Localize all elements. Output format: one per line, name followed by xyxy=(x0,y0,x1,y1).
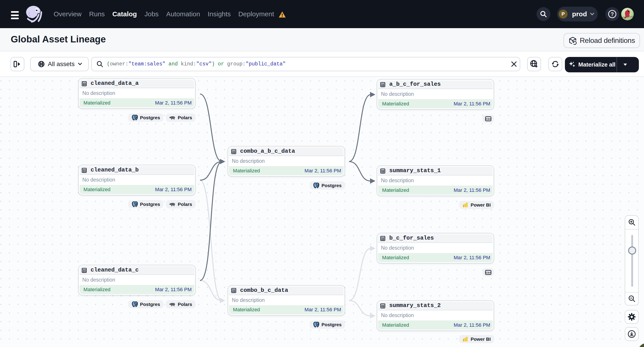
svg-text:CSV: CSV xyxy=(486,117,491,120)
svg-text:CSV: CSV xyxy=(486,271,491,274)
